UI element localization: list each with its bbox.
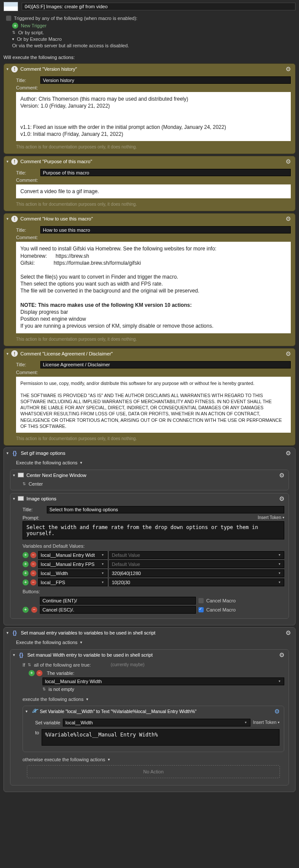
gear-icon[interactable]: ⚙ bbox=[286, 450, 292, 457]
var-name-select[interactable]: local__FPS▾ bbox=[38, 579, 107, 586]
no-action-placeholder[interactable]: No Action bbox=[27, 765, 280, 778]
chevron-down-icon[interactable]: ▾ bbox=[6, 67, 9, 71]
gear-icon[interactable]: ⚙ bbox=[279, 472, 286, 479]
button-text-input[interactable] bbox=[40, 597, 196, 605]
button-text-input[interactable] bbox=[40, 606, 196, 614]
chevron-down-icon[interactable]: ▾ bbox=[6, 217, 9, 221]
prompt-label: Prompt: bbox=[23, 515, 44, 520]
or-by-execute: Or by Execute Macro bbox=[17, 36, 62, 42]
setvar-variable-select[interactable]: local__Width▾ bbox=[63, 719, 250, 727]
chevron-down-icon[interactable]: ▾ bbox=[86, 697, 88, 701]
remove-var-icon[interactable]: − bbox=[30, 579, 36, 585]
cancel-macro-checkbox[interactable] bbox=[198, 598, 204, 603]
setvar-label: Set variable bbox=[35, 720, 60, 725]
macro-title-input[interactable] bbox=[22, 3, 296, 10]
var-value-input[interactable]: 320|640|1280▾ bbox=[109, 569, 284, 577]
group-set-gif-options: ▾ {} Set gif image options ⚙ Execute the… bbox=[3, 447, 296, 625]
chevron-down-icon[interactable]: ▾ bbox=[80, 460, 82, 465]
gear-icon[interactable]: ⚙ bbox=[274, 708, 281, 715]
title-input[interactable] bbox=[47, 506, 284, 513]
otherwise-label: otherwise execute the following actions bbox=[23, 757, 105, 762]
insert-token-button[interactable]: Insert Token▾ bbox=[258, 515, 284, 520]
comment-body[interactable]: Permission to use, copy, modify, and/or … bbox=[16, 377, 291, 433]
gear-icon[interactable]: ⚙ bbox=[279, 651, 286, 658]
chevron-down-icon[interactable]: ▾ bbox=[6, 451, 9, 455]
if-label: If bbox=[23, 662, 25, 667]
chevron-down-icon[interactable]: ▾ bbox=[12, 37, 14, 41]
remove-condition-icon[interactable]: − bbox=[36, 670, 42, 676]
add-var-icon[interactable]: + bbox=[23, 579, 29, 585]
gear-icon[interactable]: ⚙ bbox=[279, 495, 286, 502]
braces-icon: {} bbox=[18, 651, 25, 658]
add-var-icon[interactable]: + bbox=[23, 552, 29, 558]
chevron-down-icon[interactable]: ▾ bbox=[13, 496, 15, 501]
var-name-select[interactable]: local__Width▾ bbox=[38, 569, 107, 577]
chevron-down-icon[interactable]: ▾ bbox=[13, 653, 15, 657]
gear-icon[interactable]: ⚙ bbox=[286, 629, 292, 636]
remove-var-icon[interactable]: − bbox=[30, 561, 36, 567]
comment-title-input[interactable] bbox=[40, 76, 291, 84]
comment-icon: ! bbox=[11, 350, 18, 357]
prompt-textarea[interactable]: Select the width and frame rate from the… bbox=[23, 521, 284, 539]
braces-icon: {} bbox=[11, 629, 18, 636]
comment-title-input[interactable] bbox=[40, 169, 291, 176]
chevron-down-icon[interactable]: ▾ bbox=[108, 757, 110, 762]
doc-note: This action is for documentation purpose… bbox=[16, 335, 291, 342]
or-by-script: Or by script. bbox=[18, 30, 44, 35]
remove-button-icon[interactable]: − bbox=[31, 607, 37, 613]
comment-body[interactable]: You will need to install Gifski via Home… bbox=[16, 242, 291, 333]
add-var-icon[interactable]: + bbox=[23, 570, 29, 576]
var-name-select[interactable]: local__Manual Entry Widt▾ bbox=[38, 551, 107, 559]
updown-icon[interactable]: ⇅ bbox=[12, 30, 16, 35]
add-button-icon[interactable]: + bbox=[23, 607, 29, 613]
gear-icon[interactable]: ⚙ bbox=[286, 215, 292, 222]
var-value-input[interactable]: Default Value▾ bbox=[109, 551, 284, 559]
add-condition-icon[interactable]: + bbox=[29, 670, 35, 676]
comment-icon: ! bbox=[11, 216, 18, 222]
updown-icon[interactable]: ⇅ bbox=[42, 687, 46, 691]
chevron-down-icon[interactable]: ▾ bbox=[80, 640, 82, 644]
comment-title-input[interactable] bbox=[40, 226, 291, 233]
new-trigger-link[interactable]: New Trigger bbox=[21, 23, 46, 28]
chevron-down-icon[interactable]: ▾ bbox=[6, 159, 9, 164]
gear-icon[interactable]: ⚙ bbox=[286, 158, 292, 165]
variable-row: + − local__Manual Entry Widt▾ Default Va… bbox=[23, 551, 284, 559]
chevron-down-icon[interactable]: ▾ bbox=[13, 473, 15, 477]
updown-icon[interactable]: ⇅ bbox=[23, 482, 26, 486]
updown-icon[interactable]: ⇅ bbox=[28, 663, 31, 667]
variable-row: + − local__Manual Entry FPS▾ Default Val… bbox=[23, 560, 284, 568]
to-label: to bbox=[35, 728, 39, 735]
comment-label: Comment: bbox=[16, 178, 38, 183]
gear-icon[interactable]: ⚙ bbox=[286, 66, 292, 72]
macro-thumbnail bbox=[3, 2, 18, 11]
cancel-macro-checkbox[interactable] bbox=[198, 607, 204, 612]
var-name-select[interactable]: local__Manual Entry FPS▾ bbox=[38, 560, 107, 568]
if-title: Set manual Width entry to variable to be… bbox=[27, 652, 276, 658]
comment-body[interactable]: Convert a video file to a gif image. bbox=[16, 184, 291, 198]
comment-label: Comment: bbox=[16, 85, 38, 90]
chevron-down-icon[interactable]: ▾ bbox=[26, 709, 28, 713]
trigger-enabled-checkbox[interactable] bbox=[6, 16, 11, 21]
var-value-input[interactable]: Default Value▾ bbox=[109, 560, 284, 568]
var-value-input[interactable]: 10|20|30▾ bbox=[109, 579, 284, 586]
add-trigger-icon[interactable]: + bbox=[12, 23, 18, 29]
chevron-down-icon[interactable]: ▾ bbox=[6, 352, 9, 356]
insert-token-button[interactable]: Insert Token▾ bbox=[253, 720, 280, 725]
all-of-label: all of the following are true: bbox=[34, 662, 91, 667]
gear-icon[interactable]: ⚙ bbox=[286, 350, 292, 357]
chevron-down-icon[interactable]: ▾ bbox=[6, 631, 9, 635]
remove-var-icon[interactable]: − bbox=[30, 552, 36, 558]
add-var-icon[interactable]: + bbox=[23, 561, 29, 567]
to-value-input[interactable]: %Variable%local__Manual Entry Width% bbox=[42, 729, 280, 746]
condition-variable-select[interactable]: local__Manual Entry Width▾ bbox=[42, 677, 284, 685]
condition-op: is not empty bbox=[49, 687, 74, 692]
action-center-window: ▾ Center Next Engine Window ⚙ ⇅ Center bbox=[10, 470, 289, 490]
comment-body[interactable]: Author: Chris Thomerson (this macro may … bbox=[16, 92, 291, 141]
will-execute-label: Will execute the following actions: bbox=[0, 52, 299, 62]
trigger-heading: Triggered by any of the following (when … bbox=[14, 16, 137, 21]
comment-icon: ! bbox=[11, 66, 18, 72]
remove-var-icon[interactable]: − bbox=[30, 570, 36, 576]
action-title: Center Next Engine Window bbox=[26, 473, 276, 478]
comment-title-input[interactable] bbox=[40, 361, 291, 368]
variable-row: + − local__Width▾ 320|640|1280▾ bbox=[23, 569, 284, 577]
